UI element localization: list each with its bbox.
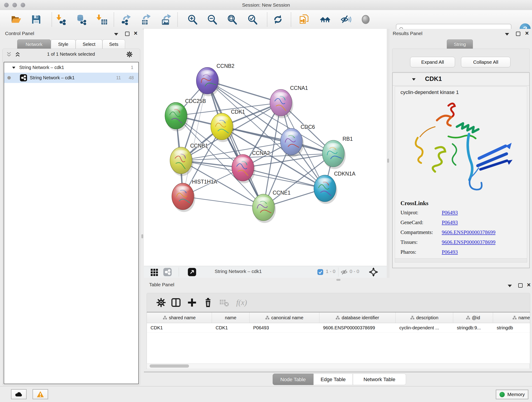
horizontal-splitter[interactable]	[144, 278, 532, 282]
column-header-canonical-name[interactable]: canonical name	[249, 313, 319, 323]
cloud-status-button[interactable]	[11, 389, 27, 399]
panel-collapse-icon[interactable]	[505, 33, 509, 36]
results-scrollbar-track[interactable]	[395, 258, 527, 262]
panel-float-icon[interactable]	[125, 32, 129, 36]
panel-close-icon[interactable]: ×	[525, 31, 529, 36]
import-table-file-button[interactable]	[96, 13, 109, 26]
network-node-CDC25B[interactable]: CDC25B	[165, 98, 206, 131]
panel-close-icon[interactable]: ×	[527, 283, 531, 287]
gear-icon	[156, 298, 166, 307]
tab-edge-table[interactable]: Edge Table	[313, 374, 353, 385]
hidden-eye-icon[interactable]	[341, 269, 348, 275]
export-table-button[interactable]	[139, 13, 152, 26]
column-header-name[interactable]: name	[212, 313, 249, 323]
memory-button[interactable]: Memory	[496, 390, 528, 399]
panel-close-icon[interactable]: ×	[134, 31, 138, 36]
inactive-view-button[interactable]	[359, 13, 372, 26]
save-session-button[interactable]	[30, 13, 43, 26]
zoom-fit-button[interactable]	[226, 13, 239, 26]
grid-view-icon[interactable]	[150, 268, 159, 276]
node-label-CDC25B: CDC25B	[185, 98, 206, 104]
network-canvas[interactable]: CCNB2CCNA1CDC25BCDK1CDC6RB1CCNB1CCNA2CDK…	[144, 29, 387, 266]
export-image-button[interactable]	[159, 13, 172, 26]
network-row-selected[interactable]: String Network – cdk1 11 48	[4, 73, 138, 83]
crosslink-link[interactable]: P06493	[442, 210, 458, 216]
tab-network[interactable]: Network	[17, 39, 51, 49]
vertical-splitter[interactable]	[387, 29, 389, 278]
table-tabs-bar: Node Table Edge Table Network Table	[144, 372, 532, 385]
crosslink-link[interactable]: P06493	[442, 220, 458, 225]
control-panel: Control Panel × Network Style Select Set…	[0, 29, 143, 386]
expand-all-chevron-icon[interactable]	[15, 51, 21, 57]
results-entry-header[interactable]: CDK1	[393, 73, 530, 86]
warning-status-button[interactable]	[32, 389, 48, 399]
horizontal-splitter-handle[interactable]	[336, 279, 341, 281]
zoom-in-button[interactable]	[186, 13, 199, 26]
network-node-RB1[interactable]: RB1	[322, 136, 353, 169]
selected-checkbox-icon[interactable]	[317, 269, 323, 275]
import-network-database-button[interactable]	[75, 13, 88, 26]
tab-select[interactable]: Select	[76, 39, 102, 49]
table-delete-icon	[219, 298, 229, 307]
column-header-namespace[interactable]: namespace	[493, 313, 530, 323]
column-header-database-identifier[interactable]: database identifier	[319, 313, 396, 323]
column-header-description[interactable]: description	[396, 313, 453, 323]
left-splitter-handle[interactable]	[141, 234, 143, 238]
clear-table-button[interactable]	[219, 298, 229, 307]
column-header-shared-name[interactable]: shared name	[147, 313, 212, 323]
show-columns-button[interactable]	[171, 298, 181, 307]
panel-float-icon[interactable]	[516, 32, 520, 36]
crosslink-link[interactable]: P06493	[442, 249, 458, 255]
tree-expand-caret-icon[interactable]	[12, 65, 16, 70]
network-node-HIST1H1A[interactable]: HIST1H1A	[172, 179, 217, 212]
function-builder-fx[interactable]: f(x)	[236, 298, 247, 307]
collapse-all-chevron-icon[interactable]	[6, 51, 12, 57]
apply-layout-button[interactable]	[272, 13, 284, 26]
network-share-view-icon[interactable]	[163, 268, 172, 276]
tab-node-table[interactable]: Node Table	[273, 374, 313, 385]
network-collection-row[interactable]: String Network – cdk1 1	[4, 62, 138, 73]
zoom-out-button[interactable]	[206, 13, 219, 26]
network-node-CDC6[interactable]: CDC6	[280, 124, 315, 157]
import-network-file-button[interactable]	[56, 13, 69, 26]
crosslink-link[interactable]: 9606.ENSP00000378699	[442, 230, 496, 235]
tab-network-table[interactable]: Network Table	[353, 374, 406, 385]
columns-icon	[171, 298, 181, 307]
column-header-id[interactable]: @id	[453, 313, 493, 323]
network-node-CCNB2[interactable]: CCNB2	[196, 63, 234, 96]
table-scrollbar-thumb[interactable]	[150, 364, 189, 368]
collapse-all-button[interactable]: Collapse All	[461, 57, 510, 67]
hide-panel-button[interactable]	[340, 13, 352, 26]
node-label-CCNE1: CCNE1	[273, 190, 291, 196]
table-options-button[interactable]	[156, 298, 166, 307]
memory-status-dot-icon	[500, 392, 505, 397]
network-node-CCNA1[interactable]: CCNA1	[270, 85, 308, 118]
cell-namespace: stringdb	[493, 325, 530, 331]
zoom-selected-button[interactable]	[246, 13, 259, 26]
table-row[interactable]: CDK1 CDK1 P06493 9606.ENSP00000378699 cy…	[147, 323, 530, 332]
vertical-splitter-handle[interactable]	[387, 159, 389, 163]
birds-eye-view-icon[interactable]	[188, 268, 196, 276]
expand-all-button[interactable]: Expand All	[410, 57, 455, 67]
crosslink-label: Tissues:	[400, 239, 442, 245]
zoom-out-icon	[207, 14, 218, 25]
panel-collapse-icon[interactable]	[114, 33, 118, 36]
tab-style[interactable]: Style	[51, 39, 76, 49]
tab-string-results[interactable]: String	[447, 39, 473, 49]
network-options-gear-icon[interactable]	[126, 51, 133, 58]
export-network-button[interactable]	[119, 13, 132, 26]
open-file-button[interactable]	[10, 13, 22, 26]
string-import-button[interactable]	[298, 13, 311, 26]
tab-sets[interactable]: Sets	[102, 39, 125, 49]
panel-float-icon[interactable]	[518, 283, 523, 288]
crosslink-link[interactable]: 9606.ENSP00000378699	[442, 239, 496, 245]
add-column-button[interactable]	[187, 298, 197, 307]
panel-collapse-icon[interactable]	[508, 285, 512, 287]
table-scrollbar-track[interactable]	[147, 364, 530, 369]
crosshair-move-icon[interactable]	[368, 267, 379, 277]
delete-column-button[interactable]	[203, 298, 213, 307]
application-window: Session: New Session ? Control	[0, 0, 532, 402]
string-home-button[interactable]	[319, 13, 331, 26]
network-node-CDKN1A[interactable]: CDKN1A	[314, 171, 355, 204]
entry-collapse-caret-icon[interactable]	[411, 77, 416, 82]
